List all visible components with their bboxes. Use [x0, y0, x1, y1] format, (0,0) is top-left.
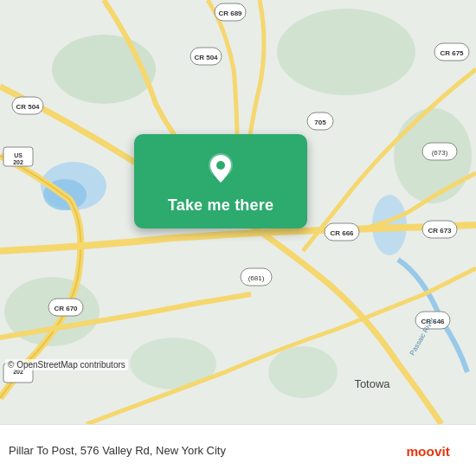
moovit-logo-image: moovit [405, 439, 466, 463]
svg-text:202: 202 [13, 159, 23, 165]
svg-text:CR 689: CR 689 [218, 10, 242, 17]
address-label: Pillar To Post, 576 Valley Rd, New York … [9, 444, 405, 457]
svg-text:CR 504: CR 504 [194, 54, 218, 61]
svg-text:705: 705 [314, 119, 326, 126]
svg-text:CR 670: CR 670 [54, 305, 78, 312]
svg-text:CR 666: CR 666 [330, 229, 354, 237]
osm-attribution: © OpenStreetMap contributors [5, 359, 128, 370]
map-view: US 202 CR 689 CR 504 CR 504 705 CR 675 (… [0, 0, 476, 424]
bottom-bar: Pillar To Post, 576 Valley Rd, New York … [0, 424, 476, 476]
take-me-there-button-label: Take me there [168, 196, 273, 215]
svg-text:moovit: moovit [406, 444, 449, 459]
svg-point-5 [277, 9, 415, 95]
moovit-logo: moovit [405, 439, 466, 463]
svg-text:CR 675: CR 675 [440, 49, 464, 57]
svg-text:(673): (673) [432, 149, 448, 157]
take-me-there-card[interactable]: Take me there [134, 134, 307, 228]
svg-text:CR 504: CR 504 [16, 103, 40, 111]
osm-text: © OpenStreetMap contributors [8, 360, 125, 370]
svg-text:US: US [14, 152, 23, 158]
svg-point-40 [216, 161, 225, 170]
svg-point-9 [268, 346, 338, 398]
location-pin-icon [202, 150, 240, 188]
svg-text:Totowa: Totowa [354, 377, 390, 390]
svg-text:(681): (681) [248, 274, 265, 282]
svg-text:CR 673: CR 673 [428, 227, 452, 235]
